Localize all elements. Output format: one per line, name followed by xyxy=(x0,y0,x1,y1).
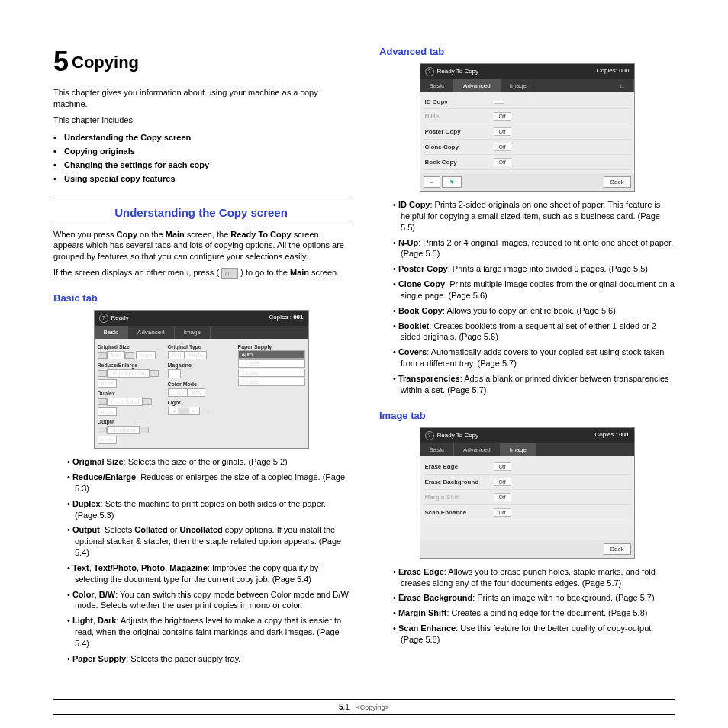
list-item: Duplex: Sets the machine to print copies… xyxy=(67,498,349,521)
toc-list: Understanding the Copy screen Copying or… xyxy=(53,130,349,185)
list-item: Text, Text/Photo, Photo, Magazine: Impro… xyxy=(67,562,349,585)
tab-basic[interactable]: Basic xyxy=(420,79,455,92)
chapter-number: 5 xyxy=(53,46,69,77)
list-item: ID Copy: Prints 2-sided originals on one… xyxy=(393,199,675,234)
home-icon xyxy=(221,268,238,279)
tab-image[interactable]: Image xyxy=(501,443,536,456)
list-item: Erase Edge: Allows you to erase punch ho… xyxy=(393,566,675,589)
list-item: Original Size: Selects the size of the o… xyxy=(67,456,349,468)
tab-image[interactable]: Image xyxy=(501,79,536,92)
section-heading: Understanding the Copy screen xyxy=(53,206,349,219)
list-item: Erase Background: Prints an image with n… xyxy=(393,592,675,604)
tab-advanced[interactable]: Advanced xyxy=(454,443,501,456)
tab-advanced[interactable]: Advanced xyxy=(128,326,175,339)
list-item: Booklet: Creates booklets from a sequent… xyxy=(393,321,675,343)
toc-item: Understanding the Copy screen xyxy=(53,130,349,144)
list-item: Margin Shift: Creates a binding edge for… xyxy=(393,607,675,619)
list-item: Reduce/Enlarge: Reduces or enlarges the … xyxy=(67,472,349,494)
tab-image[interactable]: Image xyxy=(175,326,211,339)
basic-tab-heading: Basic tab xyxy=(53,292,349,304)
basic-tab-screenshot: ?Ready Copies : 001 Basic Advanced Image… xyxy=(94,310,309,449)
toc-item: Using special copy features xyxy=(53,172,349,185)
list-item: Paper Supply: Selects the paper supply t… xyxy=(67,653,349,665)
section-para: When you press Copy on the Main screen, … xyxy=(53,229,349,263)
back-button[interactable]: Back xyxy=(604,543,631,555)
section-para: If the screen displays an other menu, pr… xyxy=(53,267,349,279)
list-item: Output: Selects Collated or Uncollated c… xyxy=(67,524,349,559)
chapter-title: 5Copying xyxy=(53,46,349,78)
tab-basic[interactable]: Basic xyxy=(95,326,129,339)
image-bullets: Erase Edge: Allows you to erase punch ho… xyxy=(393,566,675,646)
chapter-name: Copying xyxy=(72,53,139,72)
list-item: Book Copy: Allows you to copy an entire … xyxy=(393,305,675,317)
image-tab-screenshot: ?Ready To Copy Copies : 001 Basic Advanc… xyxy=(420,427,635,559)
page-footer: 5.1 <Copying> xyxy=(53,699,675,715)
screen-title: Ready To Copy xyxy=(437,68,479,75)
tab-advanced[interactable]: Advanced xyxy=(454,79,501,92)
basic-bullets: Original Size: Selects the size of the o… xyxy=(67,456,349,665)
screen-title: Ready xyxy=(111,314,129,321)
intro-para-1: This chapter gives you information about… xyxy=(53,87,349,110)
copies-value: 001 xyxy=(619,431,629,438)
intro-para-2: This chapter includes: xyxy=(53,114,349,126)
advanced-tab-screenshot: ?Ready To Copy Copies: 000 Basic Advance… xyxy=(420,63,635,192)
footer-chapter: <Copying> xyxy=(356,704,390,711)
home-icon[interactable]: ⌂ xyxy=(611,79,634,92)
advanced-tab-heading: Advanced tab xyxy=(379,46,675,57)
copies-value: 001 xyxy=(293,314,303,321)
toc-item: Changing the settings for each copy xyxy=(53,158,349,172)
list-item: Covers: Automatically adds covers to you… xyxy=(393,346,675,369)
list-item: Transparencies: Adds a blank or printed … xyxy=(393,373,675,396)
screen-title: Ready To Copy xyxy=(437,432,479,439)
list-item: Poster Copy: Prints a large image into d… xyxy=(393,263,675,275)
toc-item: Copying originals xyxy=(53,144,349,158)
back-button[interactable]: Back xyxy=(604,176,631,188)
list-item: Clone Copy: Prints multiple image copies… xyxy=(393,279,675,301)
copies-value: 000 xyxy=(619,67,629,74)
list-item: Scan Enhance: Use this feature for the b… xyxy=(393,623,675,646)
image-tab-heading: Image tab xyxy=(379,410,675,421)
list-item: Color, B/W: You can switch this copy mod… xyxy=(67,589,349,612)
list-item: Light, Dark: Adjusts the brightness leve… xyxy=(67,615,349,649)
tab-basic[interactable]: Basic xyxy=(420,443,455,456)
list-item: N-Up: Prints 2 or 4 original images, red… xyxy=(393,237,675,260)
advanced-bullets: ID Copy: Prints 2-sided originals on one… xyxy=(393,199,675,396)
